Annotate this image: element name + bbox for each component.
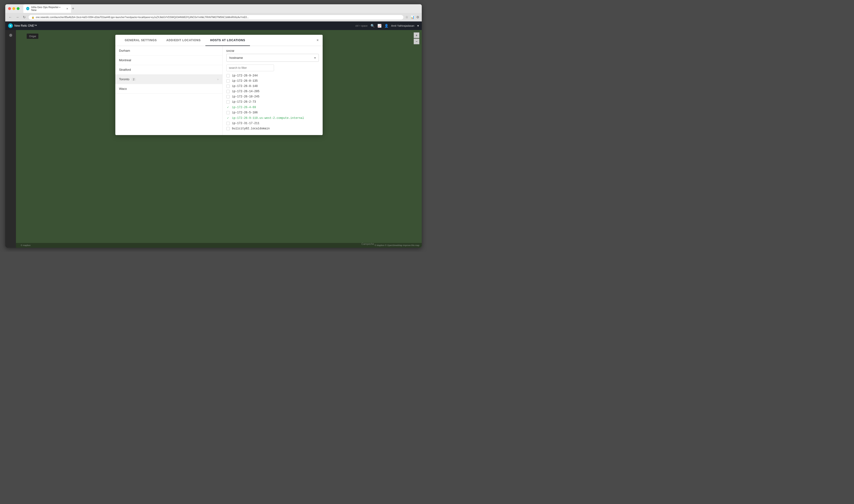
- svg-text:O: O: [10, 34, 12, 37]
- host-name-7: ip-172-26-5-106: [232, 111, 258, 114]
- host-name-6: ip-172-26-4-69: [232, 106, 256, 109]
- tab-general-settings[interactable]: GENERAL SETTINGS: [120, 35, 162, 46]
- host-name-3: ip-172-26-14-205: [232, 90, 260, 93]
- host-item-10: bullcity02.localdomain: [226, 126, 319, 131]
- bookmark-icon[interactable]: ☆: [405, 15, 408, 19]
- nr-logo-icon: N: [8, 23, 13, 28]
- lock-icon: 🔒: [32, 16, 34, 19]
- location-item-montreal[interactable]: Montreal: [115, 55, 222, 65]
- title-bar: N Infra Geo Ops Reporter • New ✕ +: [5, 4, 422, 13]
- browser-window: N Infra Geo Ops Reporter • New ✕ + ← → ↻…: [5, 4, 422, 248]
- user-name: Amit Yathirajadasan: [391, 24, 414, 27]
- nr-right-toolbar: ctrl + space 🔍 📈 👤 Amit Yathirajadasan ▾: [355, 24, 419, 28]
- host-check-icon-8: ✓: [226, 116, 230, 120]
- host-check-icon-6: ✓: [226, 106, 230, 109]
- host-name-10: bullcity02.localdomain: [232, 127, 270, 130]
- host-item-9: ip-172-31-17-211: [226, 121, 319, 126]
- location-name-toronto: Toronto: [119, 77, 129, 81]
- host-search-input[interactable]: [226, 65, 274, 71]
- host-checkbox-1[interactable]: [226, 79, 230, 83]
- location-item-stratford[interactable]: Stratford: [115, 65, 222, 75]
- tab-add-edit-locations[interactable]: ADD/EDIT LOCATIONS: [162, 35, 206, 46]
- content-area: O Origai + − © mapbox © Mapbox © OpenStr…: [5, 30, 422, 248]
- fullscreen-traffic-light[interactable]: [17, 7, 20, 10]
- host-checkbox-10[interactable]: [226, 127, 230, 130]
- url-field[interactable]: 🔒 one.newrelic.com/launcher/85a4b2b4-1bc…: [29, 15, 404, 20]
- modal-close-button[interactable]: ×: [317, 38, 319, 42]
- host-item-5: ip-172-26-2-73: [226, 99, 319, 105]
- back-button[interactable]: ←: [7, 15, 13, 20]
- host-item-0: ip-172-26-9-244: [226, 73, 319, 78]
- location-name-durham: Durham: [119, 49, 130, 52]
- modal-tab-bar: GENERAL SETTINGS ADD/EDIT LOCATIONS HOST…: [115, 35, 323, 46]
- host-item-6: ✓ ip-172-26-4-69: [226, 105, 319, 110]
- host-checkbox-4[interactable]: [226, 95, 230, 98]
- address-bar: ← → ↻ 🔒 one.newrelic.com/launcher/85a4b2…: [5, 13, 422, 21]
- tab-title: Infra Geo Ops Reporter • New: [31, 6, 64, 12]
- reload-button[interactable]: ↻: [22, 15, 27, 20]
- sidebar-strip: O: [5, 30, 16, 248]
- sidebar-icon-origami[interactable]: O: [8, 32, 14, 38]
- host-item-3: ip-172-26-14-205: [226, 89, 319, 94]
- locations-panel: Durham Montreal Stratford Toronto: [115, 46, 223, 135]
- tab-bar: N Infra Geo Ops Reporter • New ✕ +: [23, 4, 419, 13]
- close-traffic-light[interactable]: [8, 7, 11, 10]
- host-checkbox-7[interactable]: [226, 111, 230, 114]
- dropdown-chevron-icon: ▾: [314, 56, 316, 59]
- host-name-8: ip-172-26-9-110.us-west-2.compute.intern…: [232, 116, 304, 120]
- chart-icon[interactable]: 📊: [410, 15, 414, 19]
- host-item-1: ip-172-26-0-135: [226, 78, 319, 84]
- user-menu-chevron[interactable]: ▾: [417, 24, 419, 28]
- location-item-waco[interactable]: Waco: [115, 84, 222, 94]
- host-name-2: ip-172-26-0-148: [232, 85, 258, 88]
- host-list: ip-172-26-9-244 ip-172-26-0-135 ip-172-2…: [226, 73, 319, 131]
- host-name-0: ip-172-26-9-244: [232, 74, 258, 77]
- host-item-4: ip-172-26-10-245: [226, 94, 319, 99]
- location-item-durham[interactable]: Durham: [115, 46, 222, 55]
- nr-logo: N New Relic ONE™: [8, 23, 37, 28]
- modal-body: Durham Montreal Stratford Toronto: [115, 46, 323, 135]
- map-background: Origai + − © mapbox © Mapbox © OpenStree…: [16, 30, 422, 248]
- address-icons: ☆ 📊 ⚙: [405, 15, 420, 19]
- tab-close-button[interactable]: ✕: [66, 7, 68, 10]
- dropdown-value: hostname: [229, 56, 243, 59]
- host-name-4: ip-172-26-10-245: [232, 95, 260, 98]
- tab-favicon: N: [26, 7, 29, 10]
- location-name-montreal: Montreal: [119, 58, 131, 62]
- location-name-stratford: Stratford: [119, 68, 131, 71]
- show-dropdown[interactable]: hostname ▾: [226, 54, 319, 62]
- forward-button[interactable]: →: [15, 15, 20, 20]
- browser-tab-active[interactable]: N Infra Geo Ops Reporter • New ✕: [23, 4, 71, 13]
- location-name-waco: Waco: [119, 87, 127, 91]
- modal-overlay: GENERAL SETTINGS ADD/EDIT LOCATIONS HOST…: [16, 30, 422, 248]
- host-checkbox-9[interactable]: [226, 122, 230, 125]
- search-icon[interactable]: 🔍: [371, 24, 375, 28]
- host-name-5: ip-172-26-2-73: [232, 100, 256, 104]
- hosts-panel: SHOW hostname ▾ ip-172-26-9-244: [223, 46, 323, 135]
- location-chevron-toronto: ›: [217, 78, 218, 81]
- host-item-8: ✓ ip-172-26-9-110.us-west-2.compute.inte…: [226, 115, 319, 121]
- host-item-7: ip-172-26-5-106: [226, 110, 319, 115]
- extensions-icon[interactable]: ⚙: [416, 15, 420, 19]
- host-checkbox-3[interactable]: [226, 90, 230, 93]
- url-text: one.newrelic.com/launcher/85a4b2b4-1bcd-…: [36, 16, 249, 19]
- show-label: SHOW: [226, 50, 319, 52]
- nr-toolbar: N New Relic ONE™ ctrl + space 🔍 📈 👤 Amit…: [5, 21, 422, 30]
- host-checkbox-2[interactable]: [226, 85, 230, 88]
- location-item-toronto[interactable]: Toronto 2 ›: [115, 75, 222, 84]
- tab-hosts-at-locations[interactable]: HOSTS AT LOCATIONS: [206, 35, 250, 46]
- analytics-icon[interactable]: 📈: [377, 24, 381, 28]
- traffic-lights: [8, 7, 20, 10]
- minimize-traffic-light[interactable]: [12, 7, 15, 10]
- settings-modal: GENERAL SETTINGS ADD/EDIT LOCATIONS HOST…: [115, 35, 323, 135]
- new-tab-button[interactable]: +: [72, 6, 74, 11]
- nr-logo-text: New Relic ONE™: [14, 24, 37, 28]
- host-checkbox-0[interactable]: [226, 74, 230, 77]
- user-avatar[interactable]: 👤: [384, 24, 388, 28]
- toronto-host-count: 2: [131, 78, 136, 81]
- keyboard-shortcut: ctrl + space: [355, 24, 368, 27]
- host-checkbox-5[interactable]: [226, 100, 230, 104]
- host-name-1: ip-172-26-0-135: [232, 79, 258, 83]
- host-name-9: ip-172-31-17-211: [232, 122, 260, 125]
- host-item-2: ip-172-26-0-148: [226, 84, 319, 89]
